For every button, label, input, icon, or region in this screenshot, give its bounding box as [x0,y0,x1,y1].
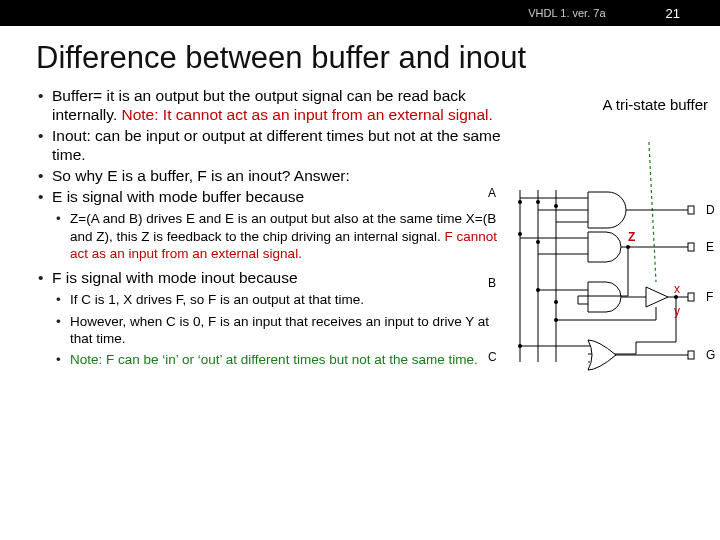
bullet-list: Buffer= it is an output but the output s… [36,86,506,368]
diagram-column: A tri-state buffer [506,86,716,374]
svg-point-5 [536,200,540,204]
bullet-3: So why E is a buffer, F is an inout? Ans… [36,166,506,185]
bullet-5-3: Note: F can be ‘in’ or ‘out’ at differen… [56,351,506,368]
svg-rect-40 [688,293,694,301]
svg-line-0 [648,142,656,282]
svg-point-4 [518,200,522,204]
svg-point-20 [626,245,630,249]
bullet-4-1: Z=(A and B) drives E and E is an output … [56,210,506,262]
label-y: y [674,304,680,318]
bullet-5-3b: F can be ‘in’ or ‘out’ at different time… [106,352,478,367]
svg-point-8 [536,240,540,244]
tri-state-label: A tri-state buffer [602,96,708,113]
label-D: D [706,203,715,217]
svg-point-28 [554,318,558,322]
label-C: C [488,350,497,364]
bullet-5: F is signal with mode inout because [36,268,506,287]
svg-point-6 [554,204,558,208]
bullet-4-sub: Z=(A and B) drives E and E is an output … [36,210,506,262]
bullet-5-2: However, when C is 0, F is an input that… [56,313,506,348]
svg-rect-38 [688,206,694,214]
svg-point-10 [554,300,558,304]
label-F: F [706,290,713,304]
label-A: A [488,186,496,200]
bullet-1-note: Note: It cannot act as an input from an … [122,106,493,123]
bullet-2: Inout: can be input or output at differe… [36,126,506,164]
label-G: G [706,348,715,362]
slide-header: VHDL 1. ver. 7a 21 [0,0,720,26]
bullet-5-sub: If C is 1, X drives F, so F is an output… [36,291,506,368]
text-column: Buffer= it is an output but the output s… [36,86,506,374]
label-E: E [706,240,714,254]
svg-point-7 [518,232,522,236]
label-B: B [488,276,496,290]
bullet-4: E is signal with mode buffer because [36,187,506,206]
page-number: 21 [666,6,680,21]
bullet-5-1: If C is 1, X drives F, so F is an output… [56,291,506,308]
label-Z: Z [628,230,635,244]
doc-id: VHDL 1. ver. 7a [528,7,605,19]
svg-rect-41 [688,351,694,359]
circuit-diagram [498,142,718,402]
svg-rect-39 [688,243,694,251]
bullet-4-1a: Z=(A and B) drives E and E is an output … [70,211,496,243]
label-x: x [674,282,680,296]
bullet-5-3a: Note: [70,352,106,367]
bullet-1: Buffer= it is an output but the output s… [36,86,506,124]
slide-title: Difference between buffer and inout [36,40,720,76]
slide-body: Buffer= it is an output but the output s… [0,86,720,374]
